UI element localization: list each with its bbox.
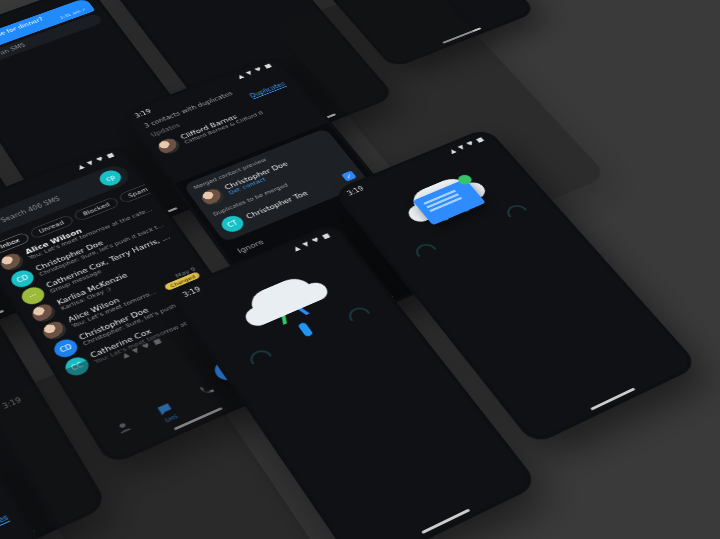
home-indicator (421, 509, 470, 534)
thread-preview: You: Let's meet tomorrow at the cafe … (71, 290, 159, 330)
status-time: 3:19 (346, 185, 365, 197)
avatar: CD (51, 336, 81, 360)
avatar (199, 187, 228, 208)
thread-name: Christopher Doe (78, 282, 209, 342)
thread-date: May 9 (174, 266, 197, 279)
avatar (40, 319, 70, 343)
profile-avatar[interactable]: cp (96, 168, 124, 189)
thread-name: Alice Wilson (67, 283, 155, 325)
thread-preview: You: Let's meet tomorrow at the cafe … (94, 316, 203, 366)
already-account-link[interactable]: Already have an account (339, 0, 482, 11)
avatar: CT (218, 213, 247, 234)
duplicate-row[interactable]: Clifford Barnes Clifford Barnes & Cliffo… (0, 522, 35, 539)
checkbox-checked[interactable]: ✓ (341, 171, 357, 182)
home-indicator (590, 388, 635, 411)
avatar (155, 136, 183, 156)
